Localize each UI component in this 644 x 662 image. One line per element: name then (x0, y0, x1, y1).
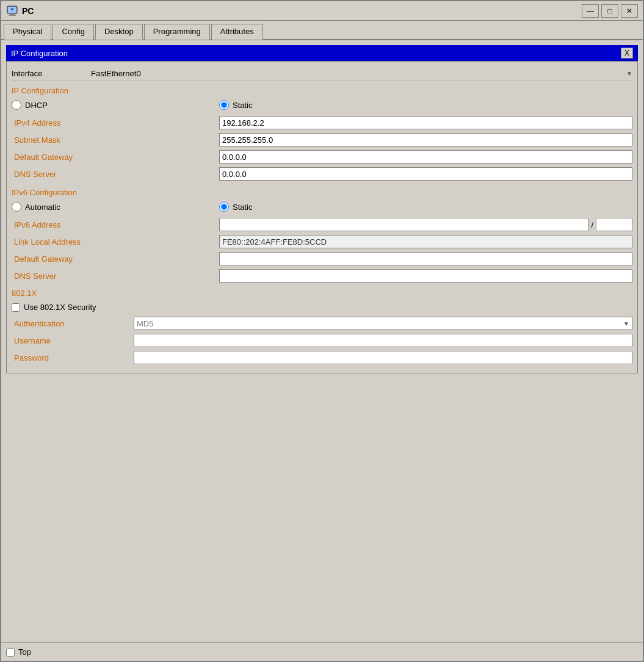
ipv6-prefix-input[interactable] (596, 218, 632, 231)
use-8021x-checkbox[interactable] (12, 303, 20, 312)
ipv6-dns-server-label: DNS Server (12, 272, 219, 281)
username-label: Username (12, 336, 134, 345)
tab-desktop[interactable]: Desktop (95, 24, 143, 40)
use-8021x-label: Use 802.1X Security (24, 303, 96, 312)
bottom-bar: Top (1, 642, 643, 661)
automatic-label: Automatic (25, 203, 60, 212)
ipv4-address-row: IPv4 Address (12, 116, 632, 129)
ipv6-slash: / (588, 220, 596, 229)
ipv6-default-gateway-label: Default Gateway (12, 254, 219, 264)
ipv6-address-row: IPv6 Address / (12, 218, 632, 231)
static-radio[interactable] (219, 100, 229, 110)
link-local-input (219, 235, 632, 248)
ip-config-header: IP Configuration X (6, 45, 638, 61)
dns-server-input[interactable] (219, 167, 632, 181)
default-gateway-row: Default Gateway (12, 150, 632, 164)
password-row: Password (12, 351, 632, 364)
username-input[interactable] (134, 334, 632, 347)
default-gateway-label: Default Gateway (12, 153, 219, 162)
ip-configuration-section-title: IP Configuration (12, 86, 632, 95)
static-ipv6-radio[interactable] (219, 202, 229, 212)
interface-value-container: FastEthernet0 ▼ (91, 69, 632, 78)
window-title: PC (22, 6, 582, 16)
dhcp-radio[interactable] (12, 100, 21, 110)
top-checkbox[interactable] (6, 648, 15, 657)
authentication-row: Authentication MD5 ▼ (12, 317, 632, 330)
tab-config[interactable]: Config (52, 24, 94, 40)
static-ipv6-label: Static (233, 203, 253, 212)
form-panel: Interface FastEthernet0 ▼ IP Configurati… (6, 61, 638, 373)
static-radio-group: Static (219, 100, 427, 110)
dns-server-row: DNS Server (12, 167, 632, 181)
ipv6-radio-row: Automatic Static (12, 202, 632, 212)
close-window-button[interactable]: ✕ (621, 4, 638, 18)
default-gateway-input[interactable] (219, 150, 632, 164)
automatic-radio[interactable] (12, 202, 21, 212)
ipv4-address-input[interactable] (219, 116, 632, 129)
static-ipv6-radio-group: Static (219, 202, 427, 212)
tabs-bar: Physical Config Desktop Programming Attr… (1, 21, 643, 40)
authentication-dropdown-arrow: ▼ (623, 320, 629, 327)
ipv6-default-gateway-input[interactable] (219, 252, 632, 265)
ipv6-address-input[interactable] (219, 218, 588, 231)
content-area: IP Configuration X Interface FastEtherne… (1, 40, 643, 642)
ipv6-default-gateway-row: Default Gateway (12, 252, 632, 265)
authentication-value: MD5 (137, 319, 153, 328)
ipv6-address-label: IPv6 Address (12, 220, 219, 229)
top-label: Top (18, 647, 31, 657)
ipv6-dns-server-input[interactable] (219, 269, 632, 282)
dns-server-label: DNS Server (12, 170, 219, 179)
dhcp-label: DHCP (25, 101, 48, 110)
8021x-section: 802.1X Use 802.1X Security Authenticatio… (12, 289, 632, 364)
tab-physical[interactable]: Physical (4, 24, 51, 40)
ipv6-dns-server-row: DNS Server (12, 269, 632, 282)
tab-programming[interactable]: Programming (144, 24, 210, 40)
use-8021x-row: Use 802.1X Security (12, 303, 632, 312)
8021x-section-title: 802.1X (12, 289, 632, 298)
password-label: Password (12, 353, 134, 362)
ipv6-configuration-section-title: IPv6 Configuration (12, 188, 632, 197)
ip-config-close-button[interactable]: X (621, 48, 633, 59)
svg-point-4 (11, 8, 13, 10)
main-window: PC — □ ✕ Physical Config Desktop Program… (0, 0, 644, 662)
static-label: Static (233, 101, 253, 110)
dhcp-radio-group: DHCP (12, 100, 219, 110)
svg-rect-2 (9, 15, 16, 16)
interface-value: FastEthernet0 (91, 69, 141, 78)
link-local-row: Link Local Address (12, 235, 632, 248)
password-input[interactable] (134, 351, 632, 364)
minimize-button[interactable]: — (582, 4, 599, 18)
subnet-mask-input[interactable] (219, 133, 632, 146)
title-bar: PC — □ ✕ (1, 1, 643, 21)
interface-row: Interface FastEthernet0 ▼ (12, 67, 632, 81)
username-row: Username (12, 334, 632, 347)
subnet-mask-label: Subnet Mask (12, 135, 219, 145)
maximize-button[interactable]: □ (601, 4, 618, 18)
tab-attributes[interactable]: Attributes (211, 24, 263, 40)
subnet-mask-row: Subnet Mask (12, 133, 632, 146)
ip-config-title: IP Configuration (11, 49, 68, 58)
svg-rect-1 (10, 13, 15, 15)
app-icon (6, 5, 18, 17)
interface-dropdown-arrow[interactable]: ▼ (626, 70, 632, 77)
authentication-label: Authentication (12, 319, 134, 328)
ipv4-address-label: IPv4 Address (12, 118, 219, 128)
authentication-select[interactable]: MD5 ▼ (134, 317, 632, 330)
ipv4-radio-row: DHCP Static (12, 100, 632, 110)
link-local-label: Link Local Address (12, 237, 219, 246)
interface-label: Interface (12, 69, 91, 78)
window-controls: — □ ✕ (582, 4, 638, 18)
automatic-radio-group: Automatic (12, 202, 219, 212)
